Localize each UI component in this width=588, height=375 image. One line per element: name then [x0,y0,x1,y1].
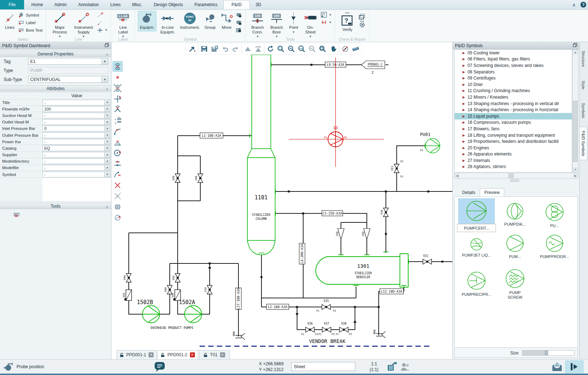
symbol-pumpdia[interactable]: PUMPDIA... [498,202,532,227]
menu-tab-3d[interactable]: 3D [250,0,267,9]
symbol-pu[interactable]: PU... [534,202,575,228]
expand-arrow-icon[interactable]: ▶ [462,134,465,137]
select-label-button[interactable]: Label [17,19,44,26]
chevron-down-icon[interactable]: ▼ [104,146,110,151]
side-tab-symbols[interactable]: Symbols [580,99,587,122]
close-icon[interactable]: ✕ [149,352,154,357]
chevron-down-icon[interactable]: ▼ [104,133,110,138]
chevron-down-icon[interactable]: ▼ [104,139,110,144]
tree-item[interactable]: ▶26 Apparatus elements [455,151,572,158]
sheet-grid-icon[interactable] [387,362,397,372]
move-button[interactable]: Move [219,11,234,31]
zoom-extents-button[interactable] [317,44,328,54]
regen-button[interactable] [265,44,275,54]
valve-v44[interactable] [126,274,131,282]
select-cursor-button[interactable] [187,44,197,54]
line-extra-1-button[interactable] [96,12,109,18]
comment-bubble-icon[interactable] [154,361,165,372]
valve-v31[interactable] [423,259,432,264]
tree-item[interactable]: ▶06 Filters, liquid filters, gas filters [455,56,572,63]
side-tab-structure[interactable]: Structure [580,47,587,71]
bore-text-tool-icon[interactable]: 123 [13,212,20,218]
drawing-canvas[interactable]: NAME xy••• [111,42,452,359]
expand-arrow-icon[interactable]: ▶ [462,140,465,143]
expand-arrow-icon[interactable]: ▶ [462,165,465,168]
point-button[interactable]: Point▼ [286,11,301,35]
expand-arrow-icon[interactable]: ▶ [462,83,465,86]
probe-snap-button[interactable] [340,44,350,54]
menu-tab-home[interactable]: Home [26,0,49,9]
help-icon[interactable]: ? [579,0,588,9]
tree-item[interactable]: ▶05 Cooling lower [455,50,572,56]
pump-b-tag[interactable]: 1502B [137,299,153,306]
scroll-down-icon[interactable]: ▼ [573,167,578,172]
doc-tab-t01[interactable]: T01 ✕ [199,350,230,359]
chevron-down-icon[interactable]: ▼ [104,107,110,112]
users-icon[interactable] [400,362,411,372]
chevron-down-icon[interactable]: ▼ [101,58,108,64]
line-label[interactable]: L5-25D-A3A [323,212,342,215]
page-top-button[interactable] [253,44,263,54]
instrument-button[interactable]: FUNCID Instrument. [179,11,201,31]
chevron-down-icon[interactable]: ▼ [104,152,110,157]
tree-item-liquid-pumps[interactable]: ▶15 Liquid pumps [455,113,572,119]
measure-button[interactable] [350,44,361,54]
attr-value-combobox[interactable]: -▼ [42,132,110,138]
symbol-lock-3-button[interactable] [234,27,243,33]
line-extra-2-button[interactable] [96,19,109,26]
expand-arrow-icon[interactable]: ▶ [462,76,465,80]
pan-button[interactable] [328,44,338,54]
inline-equipment-button[interactable]: In-Line Equipm. [157,11,178,36]
select-symbol-button[interactable]: Symbol [17,12,44,18]
expand-arrow-icon[interactable]: ▶ [462,95,465,99]
tree-item[interactable]: ▶18 Lifting, conveying and transport equ… [455,132,572,139]
menu-tab-annotation[interactable]: Annotation [72,0,104,9]
attr-value-combobox[interactable]: -▼ [42,165,110,171]
symbol-pum[interactable]: PUM... [498,234,532,259]
verify-button[interactable]: ••• ? Verify [338,11,357,33]
column-tag[interactable]: 1101 [255,194,268,201]
group-button[interactable]: Group [202,11,218,31]
chevron-down-icon[interactable]: ▼ [104,159,110,164]
tree-item[interactable]: ▶10 Drier [455,81,572,88]
line-label[interactable]: L1-100-A3A [202,134,222,137]
expand-arrow-icon[interactable]: ▶ [462,64,465,67]
side-tab-pid-symbols[interactable]: P&ID Symbols [580,127,587,160]
menu-tab-admin[interactable]: Admin [49,0,72,9]
tree-item[interactable]: ▶16 Compressors, vacuum pumps [455,119,572,126]
chevron-down-icon[interactable]: ▼ [101,76,108,82]
symbol-lock-1-button[interactable] [234,12,243,18]
zoom-window-button[interactable] [275,44,286,54]
attr-value-combobox[interactable]: -▼ [42,158,110,164]
float-panel-icon[interactable] [573,43,577,48]
subtype-combobox[interactable]: CENTRIFUGAL▼ [28,76,108,83]
line-label[interactable]: L12-10D-A3A [381,290,402,293]
scroll-up-icon[interactable]: ▲ [573,50,578,55]
symbol-pumpscrew[interactable]: PUMP SCREW [498,268,532,300]
expand-arrow-icon[interactable]: ▶ [462,152,465,156]
offpage-connector-tag[interactable]: PPD001-1 [368,63,383,66]
pump-1502a[interactable] [184,306,202,323]
equipment-button[interactable]: Equipm. [138,11,156,31]
expand-arrow-icon[interactable]: ▶ [462,102,465,105]
chevron-down-icon[interactable]: ▼ [104,165,110,170]
expand-arrow-icon[interactable]: ▶ [462,57,465,61]
valve-v38[interactable] [339,327,348,332]
valve-v36[interactable] [306,327,314,332]
valve-v37[interactable] [322,327,331,332]
attr-value-combobox[interactable]: -▼ [42,113,110,118]
valve-ie3[interactable] [394,164,399,173]
valve-v42[interactable] [175,274,180,282]
tree-vertical-scrollbar[interactable]: ▲ ▼ [572,49,578,172]
menu-tab-misc[interactable]: Misc. [126,0,148,9]
attr-value-combobox[interactable]: -▼ [42,172,110,177]
stabilizer-reboiler[interactable] [316,252,409,287]
expand-arrow-icon[interactable]: ▶ [462,70,465,74]
tree-item[interactable]: ▶19 Proportioners, feeders and distribut… [455,138,572,145]
p1-tool-button[interactable]: P1 ▼ [320,12,333,18]
attr-value-combobox[interactable]: -▼ [42,139,110,145]
pump-1502b[interactable] [142,306,160,323]
tree-horizontal-scrollbar[interactable]: ◀ ▶ [454,173,578,179]
pump-a-tag[interactable]: 1502A [179,299,195,306]
stabilizer-column[interactable] [247,55,275,255]
